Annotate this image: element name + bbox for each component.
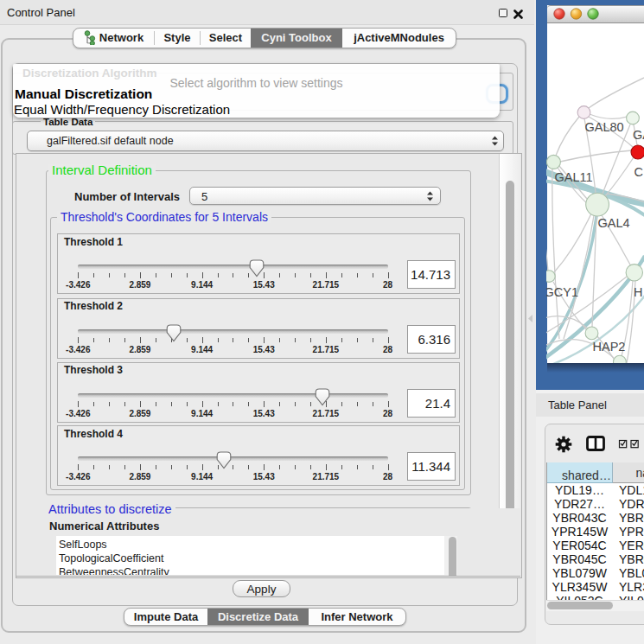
svg-text:GAL80: GAL80 [585,120,624,134]
svg-text:C: C [634,165,643,179]
svg-text:HAP2: HAP2 [593,340,626,354]
svg-text:GAL4: GAL4 [598,216,630,230]
svg-text:GA: GA [633,128,644,142]
svg-text:GCY1: GCY1 [546,285,578,299]
svg-text:H: H [634,285,642,299]
svg-text:GAL11: GAL11 [555,170,593,184]
